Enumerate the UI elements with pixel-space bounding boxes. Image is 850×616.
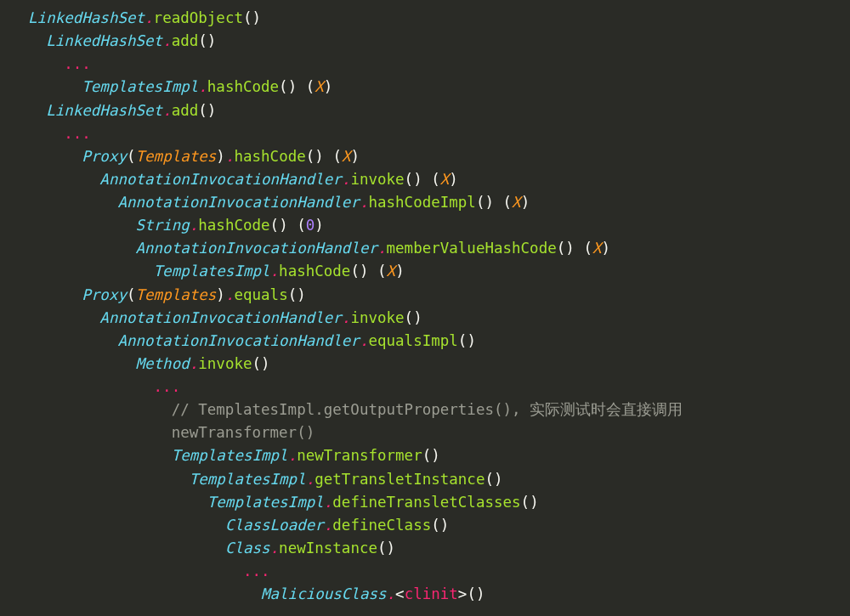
class-name: Method — [136, 355, 190, 372]
class-name: LinkedHashSet — [46, 102, 162, 119]
method-name: newTransformer — [297, 447, 422, 464]
class-name: LinkedHashSet — [46, 32, 162, 49]
method-name: hashCode — [207, 78, 279, 95]
method-name: getTransletInstance — [314, 471, 484, 488]
code-block: LinkedHashSet.readObject() LinkedHashSet… — [0, 0, 850, 616]
class-name: Class — [225, 540, 270, 557]
comment: // TemplatesImpl.getOutputProperties(), … — [172, 398, 784, 444]
marker-x: X — [314, 78, 324, 95]
method-name: readObject — [154, 9, 243, 26]
method-name: defineClass — [332, 517, 431, 534]
class-name: LinkedHashSet — [28, 9, 144, 26]
dot: . — [144, 9, 154, 26]
class-name: String — [136, 217, 190, 234]
class-name: TemplatesImpl — [82, 78, 198, 95]
ellipsis: ... — [64, 55, 91, 72]
method-name: add — [172, 32, 199, 49]
method-name: equalsImpl — [368, 332, 457, 349]
class-name: MaliciousClass — [261, 585, 387, 602]
class-name: ClassLoader — [225, 517, 324, 534]
class-name: Proxy — [82, 148, 127, 165]
method-name: defineTransletClasses — [332, 494, 520, 511]
method-name: memberValueHashCode — [387, 240, 557, 257]
method-name: equals — [234, 286, 287, 303]
number-literal: 0 — [306, 217, 315, 234]
method-name: hashCodeImpl — [368, 194, 475, 211]
class-name: AnnotationInvocationHandler — [99, 171, 341, 188]
keyword: clinit — [405, 585, 458, 602]
method-name: newInstance — [279, 540, 377, 557]
argument: Templates — [136, 148, 217, 165]
